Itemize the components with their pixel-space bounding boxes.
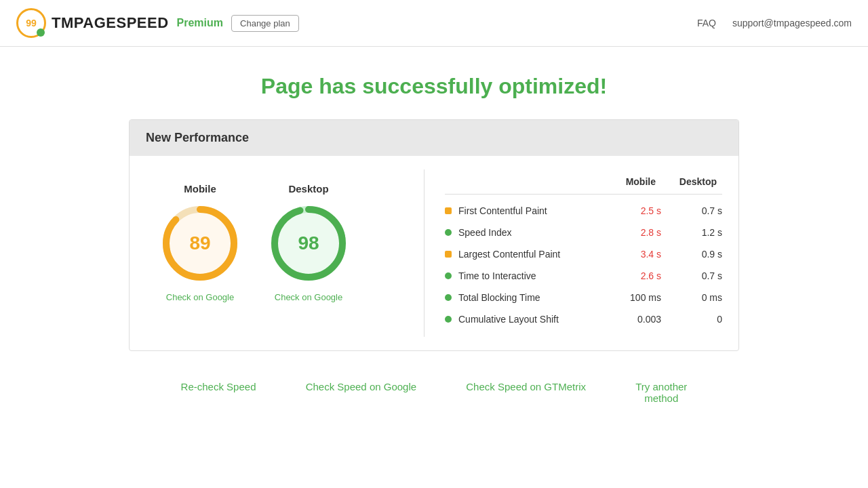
col-desktop-header: Desktop bbox=[676, 176, 717, 187]
metric-name: Time to Interactive bbox=[458, 270, 620, 281]
metric-mobile-value: 0.003 bbox=[620, 314, 661, 325]
mobile-score-item: Mobile 89 Check on Google bbox=[159, 183, 241, 302]
metric-desktop-value: 0.7 s bbox=[682, 270, 722, 281]
check-speed-google-link[interactable]: Check Speed on Google bbox=[306, 381, 416, 404]
header: 99 TMPAGESPEED Premium Change plan FAQ s… bbox=[0, 0, 868, 47]
metrics-header: Mobile Desktop bbox=[445, 176, 722, 195]
metric-name: First Contentful Paint bbox=[458, 205, 620, 216]
scores-section: Mobile 89 Check on Google Desktop bbox=[146, 169, 403, 337]
metric-mobile-value: 2.8 s bbox=[620, 227, 661, 238]
desktop-check-google-link[interactable]: Check on Google bbox=[275, 292, 342, 302]
metrics-header-labels: Mobile Desktop bbox=[615, 176, 722, 187]
recheck-speed-link[interactable]: Re-check Speed bbox=[181, 381, 256, 404]
logo-text: TMPAGESPEED bbox=[52, 14, 169, 32]
metric-name: Largest Contentful Paint bbox=[458, 249, 620, 260]
metric-dot bbox=[445, 229, 452, 236]
metric-dot bbox=[445, 316, 452, 323]
metric-dot bbox=[445, 272, 452, 279]
try-another-method-link[interactable]: Try another method bbox=[635, 381, 687, 404]
performance-card: New Performance Mobile 89 Check on Googl… bbox=[129, 119, 739, 351]
metric-desktop-value: 0.7 s bbox=[682, 205, 722, 216]
mobile-circle: 89 bbox=[159, 203, 241, 284]
desktop-circle: 98 bbox=[268, 203, 349, 284]
metric-name: Cumulative Layout Shift bbox=[458, 314, 620, 325]
desktop-label: Desktop bbox=[288, 183, 328, 195]
metric-dot bbox=[445, 207, 452, 214]
metric-values: 2.8 s1.2 s bbox=[620, 227, 722, 238]
desktop-score-number: 98 bbox=[298, 232, 319, 254]
metric-mobile-value: 3.4 s bbox=[620, 249, 661, 260]
metric-row: Total Blocking Time100 ms0 ms bbox=[445, 287, 722, 308]
premium-badge: Premium bbox=[177, 17, 223, 29]
header-left: 99 TMPAGESPEED Premium Change plan bbox=[16, 8, 299, 38]
metric-mobile-value: 2.5 s bbox=[620, 205, 661, 216]
divider bbox=[424, 169, 425, 337]
metric-desktop-value: 0.9 s bbox=[682, 249, 722, 260]
page-title-section: Page has successfully optimized! bbox=[0, 47, 868, 119]
metrics-section: Mobile Desktop First Contentful Paint2.5… bbox=[445, 169, 722, 337]
metric-row: Largest Contentful Paint3.4 s0.9 s bbox=[445, 243, 722, 265]
metric-name: Speed Index bbox=[458, 227, 620, 238]
card-header: New Performance bbox=[130, 120, 738, 156]
metric-mobile-value: 2.6 s bbox=[620, 270, 661, 281]
metric-dot bbox=[445, 294, 452, 301]
metric-values: 0.0030 bbox=[620, 314, 722, 325]
support-email: support@tmpagespeed.com bbox=[732, 18, 852, 28]
metric-desktop-value: 1.2 s bbox=[682, 227, 722, 238]
metric-values: 2.6 s0.7 s bbox=[620, 270, 722, 281]
metric-row: First Contentful Paint2.5 s0.7 s bbox=[445, 200, 722, 222]
metrics-rows: First Contentful Paint2.5 s0.7 sSpeed In… bbox=[445, 200, 722, 330]
col-mobile-header: Mobile bbox=[615, 176, 656, 187]
metric-row: Speed Index2.8 s1.2 s bbox=[445, 222, 722, 243]
metric-values: 3.4 s0.9 s bbox=[620, 249, 722, 260]
mobile-score-number: 89 bbox=[189, 232, 210, 254]
logo: 99 TMPAGESPEED bbox=[16, 8, 169, 38]
metric-mobile-value: 100 ms bbox=[620, 292, 661, 303]
metric-row: Time to Interactive2.6 s0.7 s bbox=[445, 265, 722, 287]
mobile-check-google-link[interactable]: Check on Google bbox=[166, 292, 234, 302]
page-title: Page has successfully optimized! bbox=[0, 74, 868, 99]
metric-row: Cumulative Layout Shift0.0030 bbox=[445, 308, 722, 330]
metric-name: Total Blocking Time bbox=[458, 292, 620, 303]
footer-links: Re-check Speed Check Speed on Google Che… bbox=[129, 365, 739, 420]
check-speed-gtmetrix-link[interactable]: Check Speed on GTMetrix bbox=[466, 381, 586, 404]
metric-desktop-value: 0 ms bbox=[682, 292, 722, 303]
logo-number: 99 bbox=[26, 18, 37, 28]
metric-desktop-value: 0 bbox=[682, 314, 722, 325]
faq-link[interactable]: FAQ bbox=[697, 18, 716, 28]
mobile-label: Mobile bbox=[184, 183, 216, 195]
logo-icon: 99 bbox=[16, 8, 46, 38]
header-right: FAQ support@tmpagespeed.com bbox=[697, 18, 852, 28]
change-plan-button[interactable]: Change plan bbox=[231, 15, 299, 32]
metric-dot bbox=[445, 251, 452, 258]
desktop-score-item: Desktop 98 Check on Google bbox=[268, 183, 349, 302]
card-body: Mobile 89 Check on Google Desktop bbox=[130, 156, 738, 350]
metric-values: 2.5 s0.7 s bbox=[620, 205, 722, 216]
metric-values: 100 ms0 ms bbox=[620, 292, 722, 303]
